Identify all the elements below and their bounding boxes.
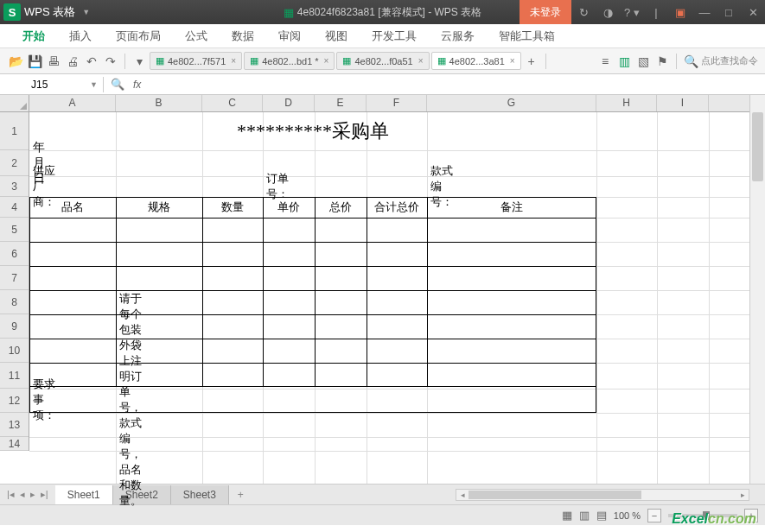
nav-next-icon[interactable]: ▸ [29,489,37,500]
ribbon-toggle-icon[interactable]: ▣ [668,0,692,24]
sync-icon[interactable]: ↻ [571,0,596,24]
doc-tab-label: 4e802...7f571 [168,56,226,66]
column-header[interactable]: I [657,95,709,111]
horizontal-scrollbar[interactable]: ◂ ▸ [456,489,749,501]
column-header[interactable]: E [315,95,367,111]
menu-page-layout[interactable]: 页面布局 [104,25,173,48]
view-normal-icon[interactable]: ▦ [562,509,572,522]
cloud-icon[interactable]: ▥ [615,53,633,70]
column-header[interactable]: F [367,95,427,111]
print-icon[interactable]: 🖨 [64,53,81,70]
menu-insert[interactable]: 插入 [57,25,104,48]
select-all-corner[interactable] [0,95,29,112]
print-preview-icon[interactable]: 🖶 [45,53,62,70]
row-header[interactable]: 1 [0,112,29,150]
row-header[interactable]: 2 [0,150,29,176]
search-placeholder[interactable]: 点此查找命令 [701,54,758,67]
cells-area[interactable] [29,112,749,484]
close-icon[interactable]: × [324,56,329,66]
doc-tabs-dropdown-icon[interactable]: ▾ [131,53,148,70]
open-icon[interactable]: 📂 [7,53,24,70]
nav-last-icon[interactable]: ▸| [39,489,50,500]
view-break-icon[interactable]: ▤ [596,509,607,522]
document-tab-active[interactable]: ▦4e802...3a81× [431,52,521,70]
row-headers: 1234567891011121314 [0,112,29,451]
flag-icon[interactable]: ⚑ [653,53,671,70]
fx-label[interactable]: fx [133,79,141,91]
separator [545,54,546,69]
column-header[interactable]: D [263,95,315,111]
undo-icon[interactable]: ↶ [83,53,100,70]
app-menu-dropdown-icon[interactable]: ▼ [82,8,90,16]
sheet-tab-2[interactable]: Sheet2 [113,485,171,504]
minimize-button[interactable]: — [692,0,717,24]
close-icon[interactable]: × [231,56,236,66]
search-icon[interactable]: 🔍 [682,53,699,70]
document-tab[interactable]: ▦4e802...7f571× [150,52,242,70]
row-header[interactable]: 5 [0,218,29,242]
column-header[interactable]: G [427,95,596,111]
sheet-tab-3[interactable]: Sheet3 [171,485,229,504]
menu-start[interactable]: 开始 [10,25,57,48]
vertical-scrollbar[interactable] [749,95,765,484]
chevron-down-icon[interactable]: ▼ [90,80,98,89]
row-header[interactable]: 10 [0,339,29,363]
list-icon[interactable]: ≡ [596,53,614,70]
doc-tab-icon: ▦ [156,55,164,66]
cell-reference-input[interactable] [31,79,83,91]
sheet-nav: |◂ ◂ ▸ ▸| [0,489,55,500]
wps-logo-icon: S [3,3,21,21]
name-box[interactable]: ▼ [26,77,104,92]
document-tab[interactable]: ▦4e802...bd1 *× [244,52,335,70]
row-header[interactable]: 13 [0,413,29,437]
row-header[interactable]: 6 [0,242,29,266]
save-icon[interactable]: 💾 [26,53,43,70]
row-header[interactable]: 11 [0,363,29,389]
column-header[interactable]: C [202,95,263,111]
help-icon[interactable]: ? ▾ [620,0,644,24]
menu-view[interactable]: 视图 [313,25,360,48]
row-header[interactable]: 9 [0,314,29,339]
scroll-left-icon[interactable]: ◂ [456,491,469,499]
menu-review[interactable]: 审阅 [266,25,313,48]
menu-data[interactable]: 数据 [220,25,266,48]
add-tab-icon[interactable]: + [523,53,540,70]
row-header[interactable]: 14 [0,437,29,451]
sheet-tab-1[interactable]: Sheet1 [55,485,113,504]
menu-cloud[interactable]: 云服务 [429,25,487,48]
redo-icon[interactable]: ↷ [102,53,119,70]
function-wizard-icon[interactable]: 🔍 [111,78,124,91]
close-icon[interactable]: × [510,56,515,66]
column-header[interactable]: A [29,95,116,111]
doc-tab-icon: ▦ [342,55,351,66]
nav-prev-icon[interactable]: ◂ [18,489,27,500]
scrollbar-thumb[interactable] [469,491,641,499]
nav-first-icon[interactable]: |◂ [5,489,16,500]
row-header[interactable]: 7 [0,266,29,290]
zoom-out-button[interactable]: − [647,509,661,522]
row-header[interactable]: 3 [0,176,29,197]
document-tab[interactable]: ▦4e802...f0a51× [336,52,429,70]
column-header[interactable]: H [596,95,657,111]
add-sheet-button[interactable]: + [229,485,252,504]
settings-icon[interactable]: ▧ [634,53,652,70]
skin-icon[interactable]: ◑ [596,0,620,24]
separator [676,54,677,69]
menu-dev-tools[interactable]: 开发工具 [360,25,429,48]
zoom-level[interactable]: 100 % [614,510,641,521]
menu-formula[interactable]: 公式 [173,25,220,48]
formula-bar: ▼ 🔍 fx [0,74,765,95]
menu-smart-tools[interactable]: 智能工具箱 [487,25,567,48]
login-button[interactable]: 未登录 [520,0,571,24]
row-header[interactable]: 4 [0,197,29,218]
scrollbar-thumb[interactable] [752,112,763,181]
column-header[interactable]: B [116,95,202,111]
view-page-icon[interactable]: ▥ [579,509,590,522]
row-header[interactable]: 8 [0,290,29,314]
row-header[interactable]: 12 [0,389,29,413]
maximize-button[interactable]: □ [717,0,741,24]
close-icon[interactable]: × [418,56,424,66]
close-button[interactable]: ✕ [741,0,765,24]
scroll-right-icon[interactable]: ▸ [736,491,749,499]
spreadsheet-grid[interactable]: ABCDEFGHI 1234567891011121314 **********… [0,95,765,484]
